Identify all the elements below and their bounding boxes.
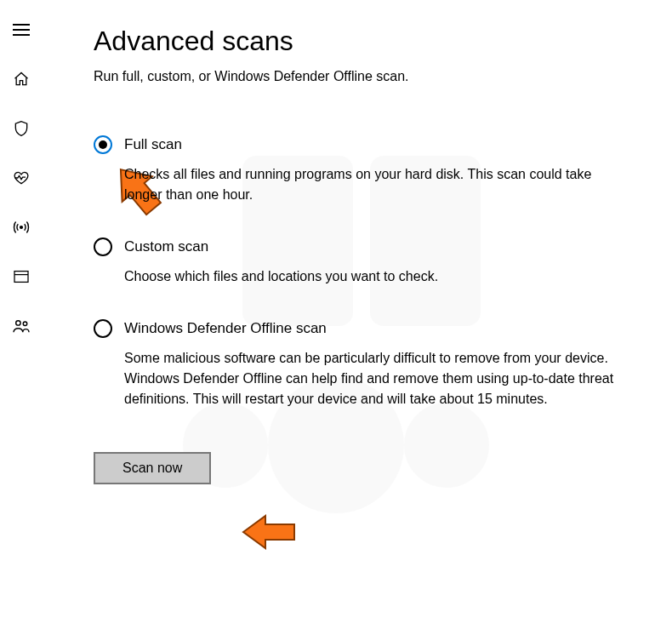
svg-point-5 [20,226,23,229]
shield-icon[interactable] [12,119,31,138]
option-label: Windows Defender Offline scan [124,320,327,337]
page-title: Advanced scans [94,26,621,57]
svg-point-9 [23,322,27,326]
option-custom-scan: Custom scan Choose which files and locat… [94,237,621,287]
option-description: Some malicious software can be particula… [124,348,621,409]
signal-icon[interactable] [12,218,31,237]
window-icon[interactable] [12,267,31,286]
svg-point-8 [16,321,20,325]
option-offline-scan: Windows Defender Offline scan Some malic… [94,319,621,409]
option-description: Checks all files and running programs on… [124,164,621,205]
radio-icon [94,237,112,256]
people-icon[interactable] [12,317,31,335]
option-full-scan: Full scan Checks all files and running p… [94,135,621,205]
option-description: Choose which files and locations you wan… [124,266,621,287]
option-label: Custom scan [124,238,208,255]
page-subtitle: Run full, custom, or Windows Defender Of… [94,69,621,84]
radio-icon [94,135,112,154]
menu-icon[interactable] [12,20,31,39]
scan-now-button[interactable]: Scan now [94,452,211,484]
heart-icon[interactable] [12,169,31,187]
radio-custom-scan[interactable]: Custom scan [94,237,621,256]
home-icon[interactable] [12,70,31,89]
sidebar [0,0,43,618]
main-content: Advanced scans Run full, custom, or Wind… [94,26,621,484]
radio-icon [94,319,112,338]
annotation-arrow-icon [238,511,299,553]
option-label: Full scan [124,136,182,153]
svg-rect-6 [14,272,28,283]
radio-full-scan[interactable]: Full scan [94,135,621,154]
radio-offline-scan[interactable]: Windows Defender Offline scan [94,319,621,338]
